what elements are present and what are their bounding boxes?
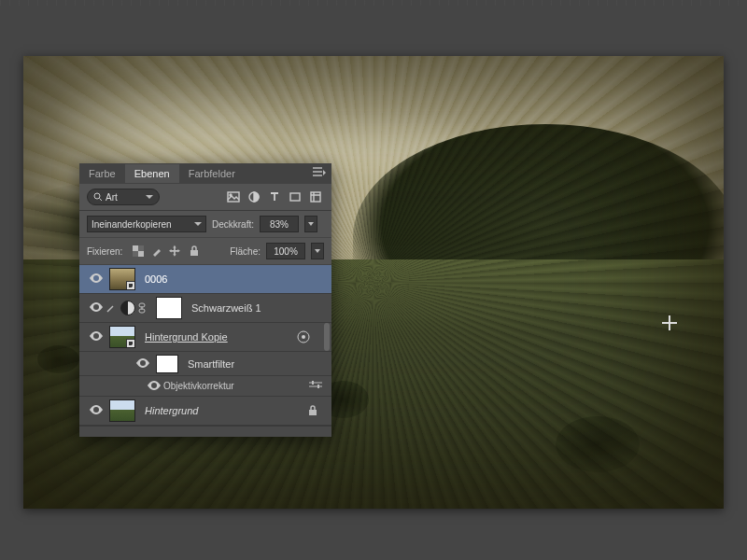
layer-thumbnail[interactable] bbox=[109, 326, 135, 348]
tab-farbe[interactable]: Farbe bbox=[79, 164, 125, 183]
smartfilter-item[interactable]: Objektivkorrektur bbox=[79, 376, 331, 397]
blend-mode-value: Ineinanderkopieren bbox=[92, 219, 172, 230]
eye-icon bbox=[90, 273, 103, 285]
filter-name: Objektivkorrektur bbox=[163, 381, 234, 391]
lock-pixels-icon[interactable] bbox=[150, 245, 163, 258]
layer-name[interactable]: Hintergrund Kopie bbox=[145, 331, 228, 343]
panel-footer bbox=[79, 426, 331, 437]
eye-icon bbox=[148, 381, 161, 392]
layer-row-hintergrund-kopie[interactable]: Hintergrund Kopie bbox=[79, 323, 331, 352]
ruler-top bbox=[0, 0, 747, 6]
eye-icon bbox=[90, 405, 103, 416]
blend-mode-select[interactable]: Ineinanderkopieren bbox=[87, 216, 206, 232]
clip-indicator-icon bbox=[106, 302, 117, 314]
eye-icon bbox=[90, 302, 103, 314]
fill-label: Fläche: bbox=[230, 246, 261, 257]
adjustment-bw-icon bbox=[120, 301, 135, 315]
svg-rect-8 bbox=[138, 245, 144, 251]
lock-fill-row: Fixieren: Fläche: 100% bbox=[79, 238, 331, 265]
visibility-toggle[interactable] bbox=[87, 273, 106, 285]
lock-all-icon[interactable] bbox=[188, 245, 201, 258]
filter-smartobject-icon[interactable] bbox=[307, 189, 324, 205]
filter-kind-label: Art bbox=[106, 192, 118, 203]
svg-rect-7 bbox=[138, 251, 144, 257]
svg-rect-1 bbox=[228, 192, 239, 202]
smartfilter-label: Smartfilter bbox=[188, 358, 234, 370]
visibility-toggle[interactable] bbox=[87, 331, 106, 343]
svg-rect-5 bbox=[311, 192, 320, 202]
link-icon bbox=[137, 302, 148, 314]
layer-thumbnail[interactable] bbox=[109, 399, 135, 422]
layer-filter-bar: Art bbox=[79, 184, 331, 211]
blend-opacity-row: Ineinanderkopieren Deckkraft: 83% bbox=[79, 211, 331, 238]
filter-mask-thumbnail[interactable] bbox=[156, 355, 178, 373]
svg-rect-16 bbox=[317, 385, 319, 388]
layer-name[interactable]: 0006 bbox=[145, 273, 167, 285]
svg-rect-6 bbox=[133, 245, 138, 251]
visibility-toggle[interactable] bbox=[87, 302, 106, 314]
filter-shape-icon[interactable] bbox=[287, 189, 303, 205]
layer-name[interactable]: Schwarzweiß 1 bbox=[191, 302, 261, 314]
tab-farbfelder[interactable]: Farbfelder bbox=[179, 164, 245, 183]
smartobject-badge-icon bbox=[126, 281, 135, 290]
filter-pixel-icon[interactable] bbox=[225, 189, 242, 205]
svg-rect-17 bbox=[309, 410, 317, 415]
opacity-label: Deckkraft: bbox=[212, 219, 254, 230]
lock-label: Fixieren: bbox=[87, 246, 122, 257]
layer-row-hintergrund[interactable]: Hintergrund bbox=[79, 397, 331, 426]
filter-kind-select[interactable]: Art bbox=[87, 189, 160, 205]
layer-thumbnail[interactable] bbox=[109, 268, 135, 290]
filter-type-icon[interactable] bbox=[266, 189, 283, 205]
panel-tabbar: Farbe Ebenen Farbfelder bbox=[79, 163, 331, 184]
lock-transparency-icon[interactable] bbox=[132, 245, 145, 258]
layer-mask-thumbnail[interactable] bbox=[156, 297, 182, 319]
visibility-toggle[interactable] bbox=[145, 381, 163, 392]
opacity-input[interactable]: 83% bbox=[260, 216, 299, 232]
eye-icon bbox=[90, 331, 103, 343]
layer-name[interactable]: Hintergrund bbox=[145, 405, 198, 416]
svg-rect-10 bbox=[190, 250, 198, 256]
layer-row-schwarzweiss[interactable]: Schwarzweiß 1 bbox=[79, 294, 331, 323]
layers-list: 0006 Schwarzweiß 1 Hintergrund Kopie Sma… bbox=[79, 265, 331, 426]
visibility-toggle[interactable] bbox=[87, 405, 106, 416]
lock-icon bbox=[307, 405, 318, 416]
layer-row-0006[interactable]: 0006 bbox=[79, 265, 331, 294]
scrollbar-thumb[interactable] bbox=[324, 323, 330, 351]
fill-stepper[interactable] bbox=[311, 243, 324, 259]
svg-rect-4 bbox=[290, 193, 300, 201]
lock-position-icon[interactable] bbox=[169, 245, 182, 258]
layers-panel: Farbe Ebenen Farbfelder Art Ineinanderko… bbox=[79, 163, 331, 437]
svg-rect-15 bbox=[312, 381, 314, 385]
opacity-stepper[interactable] bbox=[304, 216, 317, 232]
svg-rect-9 bbox=[133, 251, 138, 257]
eye-icon bbox=[136, 358, 149, 370]
smartfilter-indicator-icon[interactable] bbox=[296, 329, 311, 344]
svg-point-14 bbox=[302, 335, 305, 339]
svg-point-0 bbox=[94, 193, 100, 199]
filter-blending-icon[interactable] bbox=[309, 381, 322, 392]
panel-flyout-menu[interactable] bbox=[313, 167, 326, 178]
visibility-toggle[interactable] bbox=[134, 358, 152, 370]
smartobject-badge-icon bbox=[126, 339, 135, 348]
smartfilter-group[interactable]: Smartfilter bbox=[79, 352, 331, 376]
fill-input[interactable]: 100% bbox=[266, 243, 305, 259]
filter-adjustment-icon[interactable] bbox=[246, 189, 262, 205]
tab-ebenen[interactable]: Ebenen bbox=[125, 164, 179, 183]
